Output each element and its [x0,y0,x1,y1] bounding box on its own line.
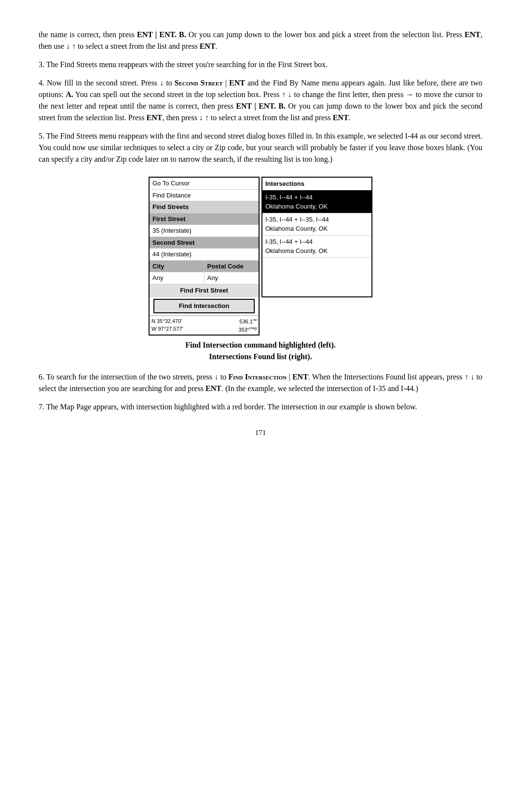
intersections-panel: Intersections I-35, I--44 + I--44 Oklaho… [261,177,372,297]
paragraph-1: the name is correct, then press ENT | EN… [39,29,482,52]
diagram-caption: Find Intersection command highlighted (l… [39,339,482,363]
intersection-2-line2: Oklahoma County, OK [265,224,369,234]
find-intersection-ref: Find Intersection [228,373,287,381]
postal-value[interactable]: Any [205,272,259,284]
page-number: 171 [39,427,482,438]
paragraph-2: 3. The Find Streets menu reappears with … [39,59,482,70]
find-distance-item[interactable]: Find Distance [150,190,259,202]
city-postal-header-row: City Postal Code [150,261,259,273]
bold-ent5: ENT [147,113,163,122]
left-menu-panel: Go To Cursor Find Distance Find Streets … [149,177,260,336]
intersection-item-1[interactable]: I-35, I--44 + I--44 Oklahoma County, OK [262,191,371,213]
intersection-3-line2: Oklahoma County, OK [265,246,369,256]
content-area: the name is correct, then press ENT | EN… [39,29,482,438]
first-street-value[interactable]: 35 (Interstate) [150,225,259,237]
status-w: W 97°27.577' [151,325,183,333]
find-intersection-button[interactable]: Find Intersection [153,299,255,313]
paragraph-6: 7. The Map Page appears, with intersecti… [39,401,482,413]
intersection-3-line1: I-35, I--44 + I--44 [265,237,369,247]
find-first-street-button[interactable]: Find First Street [150,284,259,297]
bold-ent2: ENT [465,30,480,39]
intersection-2-line1: I-35, I--44 + I--35, I--44 [265,215,369,224]
bold-ent1: ENT | ENT. B. [137,30,186,39]
diagram-wrapper: Go To Cursor Find Distance Find Streets … [39,177,482,336]
caption-line2: Intersections Found list (right). [39,351,482,363]
second-street-value[interactable]: 44 (Interstate) [150,249,259,261]
status-coords: N 35°32.470' W 97°27.577' [151,317,183,334]
status-bar: N 35°32.470' W 97°27.577' 536.1mi 353°ma… [150,316,259,335]
right-panel-spacer [262,258,371,296]
city-value[interactable]: Any [150,272,205,284]
paragraph-5: 6. To search for the intersection of the… [39,371,482,394]
bold-ent3: ENT [200,42,216,50]
second-street-label: Second Street [175,79,223,87]
bold-ent8: ENT [206,384,221,392]
find-streets-item[interactable]: Find Streets [150,201,259,213]
find-intersection-wrapper: Find Intersection [150,297,259,316]
paragraph-4: 5. The Find Streets menu reappears with … [39,130,482,165]
first-street-label: First Street [150,213,259,225]
intersection-item-2[interactable]: I-35, I--44 + I--35, I--44 Oklahoma Coun… [262,213,371,236]
status-distance: 536.1mi [238,317,257,325]
city-postal-input-row: Any Any [150,272,259,284]
bold-ent6: ENT [333,113,349,122]
intersection-1-line2: Oklahoma County, OK [265,202,369,211]
postal-label: Postal Code [205,261,259,272]
caption-line1: Find Intersection command highlighted (l… [39,339,482,351]
city-label: City [150,261,205,272]
bold-a: A. [66,90,73,98]
second-street-label-menu: Second Street [150,237,259,249]
status-n: N 35°32.470' [151,317,183,325]
bold-ent4: ENT [229,79,245,87]
go-to-cursor-item[interactable]: Go To Cursor [150,178,259,190]
paragraph-3: 4. Now fill in the second street. Press … [39,77,482,124]
bold-ent7: ENT [292,373,308,381]
bold-entent: ENT | ENT. B. [236,102,286,110]
intersections-header: Intersections [262,178,371,191]
intersection-1-line1: I-35, I--44 + I--44 [265,193,369,202]
intersection-item-3[interactable]: I-35, I--44 + I--44 Oklahoma County, OK [262,236,371,258]
status-bearing: 353°mag [238,325,257,334]
status-dist-mag: 536.1mi 353°mag [238,317,257,334]
